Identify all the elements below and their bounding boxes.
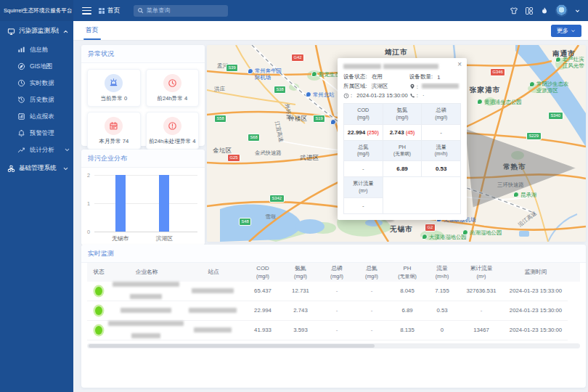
system-icon — [7, 165, 15, 173]
hamburger-menu-icon[interactable] — [82, 7, 91, 15]
sidebar-item-统计分析[interactable]: 统计分析 — [0, 142, 73, 158]
company-name-redacted — [110, 321, 183, 340]
horizontal-scrollbar[interactable] — [87, 343, 580, 348]
more-button[interactable]: 更多 — [551, 25, 581, 37]
tab-home[interactable]: 首页 — [83, 21, 101, 40]
alert-circle-icon — [163, 117, 181, 135]
road-badge: S229 — [526, 132, 542, 140]
sidebar-item-预警管理[interactable]: 预警管理 — [0, 125, 73, 142]
x-category-label: 滨湖区 — [156, 234, 173, 242]
table-cell: 327636.531 — [459, 282, 504, 301]
abnormal-cards: 当前异常 0 前24h异常 4 本月异常 74 前24h未处理异常 4 — [81, 63, 205, 155]
abnormal-card[interactable]: 前24h未处理异常 4 — [146, 112, 200, 150]
search-input[interactable] — [134, 5, 228, 17]
layout-icon[interactable] — [525, 7, 534, 15]
map-poi-label: 大溪港湿地公园 — [422, 234, 467, 241]
map-poi-label: 老严灶滨江风光带 — [555, 57, 586, 69]
metric-value: - — [422, 125, 461, 141]
abnormal-card[interactable]: 前24h异常 4 — [146, 69, 200, 107]
scrollbar-thumb[interactable] — [89, 344, 375, 348]
sidebar-section-污染源监测系统[interactable]: 污染源监测系统 — [0, 21, 73, 41]
theme-shirt-icon[interactable] — [510, 7, 518, 15]
metric-value: 6.89 — [383, 161, 422, 177]
tab-home-label: 首页 — [86, 26, 99, 35]
sidebar-item-label: 实时数据 — [30, 79, 54, 87]
column-header: 监测时间 — [504, 263, 568, 282]
column-header: 状态 — [87, 263, 110, 282]
sidebar-item-label: 历史数据 — [30, 96, 54, 104]
sidebar-section-基础管理系统[interactable]: 基础管理系统 — [0, 158, 73, 179]
table-row[interactable]: 22.9942.743--6.890.53-2024-01-23 15:30:0… — [87, 301, 580, 321]
abnormal-panel-title: 异常状况 — [81, 45, 205, 63]
sidebar-item-信息舱[interactable]: 信息舱 — [0, 41, 73, 58]
status-cell — [87, 282, 110, 301]
distribution-panel-title: 排污企业分布 — [81, 150, 205, 168]
chevron-down-icon[interactable] — [574, 7, 581, 15]
column-header: 氨氮(mg/l) — [282, 263, 319, 282]
metric-header: 累计流量(m³) — [344, 177, 383, 198]
sidebar-item-历史数据[interactable]: 历史数据 — [0, 91, 73, 108]
trend-icon — [17, 146, 25, 154]
main-content: 异常状况 当前异常 0 前24h异常 4 本月异常 74 前24h未处理异常 4… — [73, 41, 588, 392]
topbar: 首页 — [73, 0, 588, 21]
avatar[interactable] — [555, 4, 568, 17]
metric-header: 总氮(mg/l) — [344, 141, 383, 162]
table-cell: - — [319, 301, 354, 321]
popup-phone: · — [422, 92, 425, 99]
green-poi-icon — [422, 234, 428, 240]
road-badge: G2 — [425, 224, 436, 232]
sidebar-item-站点报表[interactable]: 站点报表 — [0, 108, 73, 125]
status-cell — [87, 301, 110, 321]
table-cell: 2024-01-23 15:33:00 — [504, 282, 568, 301]
siren-icon — [105, 74, 123, 92]
y-tick-label: 1 — [87, 200, 90, 207]
road-badge: S39 — [226, 64, 238, 72]
map-label: 洪庄 — [214, 86, 225, 93]
station-name-redacted — [183, 321, 244, 340]
road-badge: G42 — [291, 54, 304, 62]
column-header: 总氮(mg/l) — [354, 263, 389, 282]
table-cell: - — [354, 321, 389, 340]
column-header: 总磷(mg/l) — [319, 263, 354, 282]
map-label: 武进区 — [300, 154, 319, 162]
bars-icon — [17, 46, 25, 54]
sidebar-item-label: GIS地图 — [30, 62, 52, 70]
realtime-table: 状态企业名称站点COD(mg/l)氨氮(mg/l)总磷(mg/l)总氮(mg/l… — [81, 263, 586, 340]
road-badge: G346 — [490, 68, 505, 76]
table-row[interactable]: 65.43712.731--8.0457.155327636.5312024-0… — [87, 282, 580, 301]
table-cell: 7.155 — [425, 282, 459, 301]
table-cell: 41.933 — [244, 321, 282, 340]
green-poi-icon — [477, 99, 483, 105]
y-tick-label: 2 — [87, 172, 90, 179]
menu-search — [134, 5, 228, 17]
map-label: 金武快速路 — [255, 150, 282, 157]
column-header: COD(mg/l) — [244, 263, 282, 282]
road-badge: G25 — [227, 154, 240, 162]
table-row[interactable]: 41.9333.593--8.1350134672024-01-23 15:30… — [87, 321, 580, 340]
bell-icon — [17, 129, 25, 137]
clock-icon — [343, 93, 349, 99]
close-icon[interactable]: × — [457, 61, 462, 68]
chevron-down-icon — [62, 166, 69, 172]
metric-empty-cell — [383, 177, 461, 214]
sidebar-item-实时数据[interactable]: 实时数据 — [0, 75, 73, 91]
table-cell: 0.53 — [425, 301, 459, 321]
metric-value: 0.53 — [422, 161, 461, 177]
breadcrumb[interactable]: 首页 — [99, 7, 121, 15]
table-cell: - — [319, 321, 354, 340]
abnormal-card[interactable]: 当前异常 0 — [87, 69, 141, 107]
flame-icon[interactable] — [540, 7, 549, 15]
gridline — [94, 203, 197, 204]
map-poi-label: 常州北站 — [306, 91, 335, 99]
more-button-label: 更多 — [557, 27, 568, 35]
company-name-redacted — [110, 282, 183, 301]
map-poi-label: 黄泗浦生态公园 — [477, 99, 522, 106]
app-title: Squirrel生态环境云服务平台 — [0, 0, 73, 21]
abnormal-card[interactable]: 本月异常 74 — [87, 112, 141, 150]
map[interactable]: 靖江市南通市常州市无锡市常熟市张家港市钟楼区武进区金坛区孟河洪庄雪堰金武快速路三… — [207, 45, 586, 242]
table-cell: 3.593 — [282, 321, 319, 340]
popup-time: 2024-01-23 15:30:00 — [356, 92, 408, 99]
sidebar-item-GIS地图[interactable]: GIS地图 — [0, 58, 73, 75]
table-header-row: 状态企业名称站点COD(mg/l)氨氮(mg/l)总磷(mg/l)总氮(mg/l… — [87, 263, 580, 282]
sidebar-item-label: 预警管理 — [30, 129, 54, 137]
